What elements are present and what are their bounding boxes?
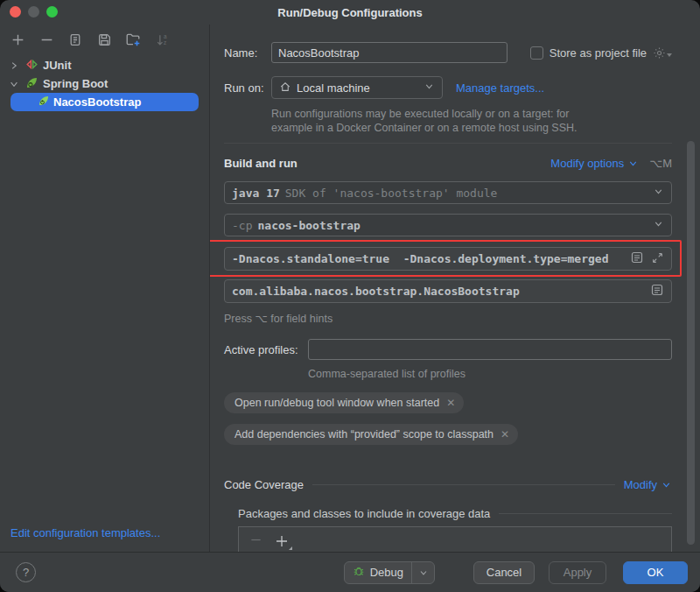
- tree-item-nacosbootstrap-selected[interactable]: NacosBootstrap: [10, 93, 199, 111]
- option-tag[interactable]: Open run/debug tool window when started …: [224, 392, 464, 413]
- modify-options-shortcut: ⌥M: [649, 157, 672, 170]
- jdk-secondary: SDK of 'nacos-bootstrap' module: [285, 187, 498, 200]
- zoom-window-button[interactable]: [46, 6, 58, 18]
- svg-text:z: z: [164, 39, 166, 46]
- active-profiles-label: Active profiles:: [224, 343, 308, 356]
- coverage-subtitle: Packages and classes to include in cover…: [238, 507, 490, 520]
- cancel-button[interactable]: Cancel: [473, 561, 535, 584]
- run-on-select[interactable]: Local machine: [271, 76, 443, 99]
- configurations-tree: JUnit Spring Boot: [0, 56, 209, 111]
- chevron-down-icon: [661, 479, 672, 490]
- tree-item-label: Spring Boot: [43, 77, 108, 90]
- option-tag[interactable]: Add dependencies with “provided” scope t…: [224, 424, 518, 445]
- section-separator: [224, 143, 672, 144]
- macro-list-icon[interactable]: [630, 250, 644, 267]
- coverage-packages-panel: [238, 526, 672, 552]
- minimize-window-button: [28, 6, 39, 18]
- dropdown-corner-icon: [289, 546, 292, 550]
- coverage-modify-link[interactable]: Modify: [624, 478, 657, 491]
- jdk-primary: java 17: [232, 187, 280, 200]
- chevron-down-icon[interactable]: [7, 79, 21, 89]
- chevron-right-icon[interactable]: [7, 60, 21, 71]
- manage-targets-link[interactable]: Manage targets...: [456, 81, 544, 95]
- name-input[interactable]: [271, 42, 508, 63]
- vm-options-value: -Dnacos.standalone=true -Dnacos.deployme…: [232, 252, 608, 265]
- ok-button[interactable]: OK: [623, 561, 688, 584]
- field-hints-text: Press ⌥ for field hints: [224, 312, 672, 325]
- main-class-value: com.alibaba.nacos.bootstrap.NacosBootstr…: [232, 285, 520, 298]
- new-folder-icon[interactable]: [124, 31, 142, 48]
- close-window-button[interactable]: [10, 6, 21, 18]
- configuration-editor-panel: Name: Store as project file Run: [210, 25, 700, 552]
- bug-icon: [353, 565, 365, 580]
- debug-button-label: Debug: [370, 566, 403, 579]
- macro-list-icon[interactable]: [650, 283, 664, 300]
- dialog-footer: ? Debug: [0, 552, 700, 592]
- active-profiles-input[interactable]: [308, 339, 672, 360]
- scrollbar-thumb[interactable]: [687, 141, 695, 545]
- tree-item-junit[interactable]: JUnit: [0, 56, 209, 74]
- build-and-run-title: Build and run: [224, 157, 298, 170]
- expand-field-icon[interactable]: [651, 251, 664, 267]
- edit-configuration-templates-link[interactable]: Edit configuration templates...: [0, 518, 209, 552]
- active-profiles-hint: Comma-separated list of profiles: [308, 368, 672, 380]
- help-button[interactable]: ?: [16, 562, 36, 582]
- sort-alphabetically-icon[interactable]: a z: [153, 31, 171, 48]
- code-coverage-title: Code Coverage: [224, 478, 304, 491]
- jdk-select[interactable]: java 17 SDK of 'nacos-bootstrap' module: [224, 181, 672, 204]
- run-on-value: Local machine: [297, 81, 370, 95]
- run-debug-configurations-dialog: Run/Debug Configurations: [0, 0, 700, 592]
- spring-boot-icon: [25, 76, 38, 92]
- tree-item-label: NacosBootstrap: [53, 95, 141, 109]
- window-title: Run/Debug Configurations: [277, 6, 422, 19]
- option-tag-label: Open run/debug tool window when started: [234, 397, 439, 409]
- close-icon[interactable]: ✕: [446, 397, 455, 409]
- name-label: Name:: [224, 46, 271, 60]
- configurations-sidebar: a z JUnit: [0, 25, 210, 552]
- add-icon[interactable]: [275, 534, 289, 548]
- add-icon[interactable]: [9, 31, 26, 48]
- chevron-down-icon: [653, 218, 664, 232]
- classpath-prefix: -cp: [232, 219, 252, 232]
- option-tag-label: Add dependencies with “provided” scope t…: [234, 428, 494, 440]
- remove-icon[interactable]: [38, 31, 55, 48]
- separator-line: [499, 513, 672, 514]
- chevron-down-icon: [627, 158, 639, 169]
- chevron-down-icon[interactable]: [412, 562, 434, 583]
- dropdown-triangle-icon: [667, 53, 672, 57]
- close-icon[interactable]: ✕: [500, 428, 509, 440]
- sidebar-toolbar: a z: [0, 25, 209, 53]
- tree-item-spring-boot[interactable]: Spring Boot: [0, 74, 209, 93]
- chevron-down-icon: [653, 186, 664, 200]
- tree-item-label: JUnit: [43, 59, 72, 72]
- copy-icon[interactable]: [66, 31, 84, 48]
- store-as-project-file-label: Store as project file: [550, 46, 647, 60]
- run-on-label: Run on:: [224, 81, 271, 95]
- run-on-help-text: Run configurations may be executed local…: [271, 107, 672, 135]
- junit-icon: [25, 58, 38, 74]
- title-bar: Run/Debug Configurations: [0, 0, 700, 25]
- home-icon: [279, 81, 291, 95]
- classpath-module-select[interactable]: -cp nacos-bootstrap: [224, 214, 672, 236]
- remove-icon[interactable]: [249, 533, 262, 549]
- gear-icon[interactable]: [653, 46, 672, 60]
- svg-text:a: a: [164, 32, 167, 39]
- debug-button[interactable]: Debug: [344, 561, 435, 584]
- separator-line: [312, 484, 615, 485]
- chevron-down-icon: [424, 81, 435, 95]
- modify-options-link[interactable]: Modify options: [550, 157, 624, 170]
- store-as-project-file-checkbox[interactable]: [530, 46, 543, 60]
- spring-boot-icon: [38, 95, 50, 109]
- traffic-lights: [10, 6, 58, 18]
- classpath-value: nacos-bootstrap: [257, 219, 360, 232]
- vm-options-input[interactable]: -Dnacos.standalone=true -Dnacos.deployme…: [224, 247, 672, 271]
- main-class-input[interactable]: com.alibaba.nacos.bootstrap.NacosBootstr…: [224, 279, 672, 303]
- apply-button[interactable]: Apply: [549, 561, 606, 584]
- save-icon[interactable]: [95, 31, 113, 48]
